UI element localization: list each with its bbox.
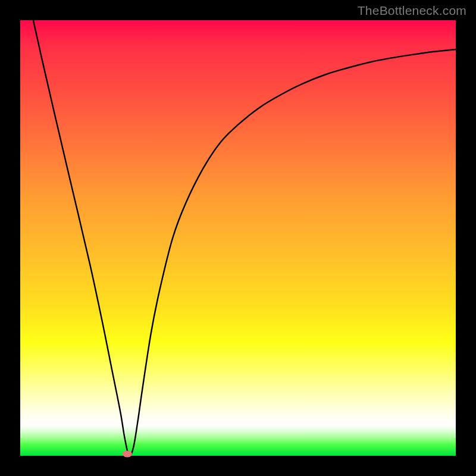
watermark-text: TheBottleneck.com xyxy=(358,4,466,18)
curve-path xyxy=(33,20,456,456)
bottleneck-curve xyxy=(20,20,456,456)
optimal-point-marker xyxy=(123,451,132,458)
chart-frame: TheBottleneck.com xyxy=(0,0,476,476)
plot-area xyxy=(20,20,456,456)
